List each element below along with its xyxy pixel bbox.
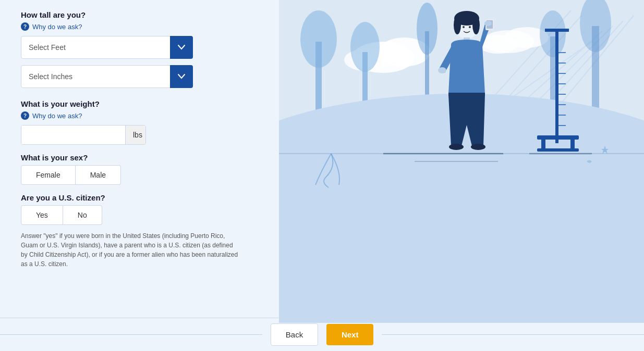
feet-dropdown-wrapper: Select Feet 4 feet 5 feet 6 feet 7 feet — [21, 36, 193, 59]
svg-rect-34 — [558, 73, 566, 74]
svg-rect-31 — [537, 148, 579, 152]
height-why-ask[interactable]: ? Why do we ask? — [21, 22, 240, 31]
svg-rect-25 — [279, 182, 644, 323]
svg-point-21 — [540, 10, 566, 57]
sex-female-btn[interactable]: Female — [21, 165, 76, 185]
sex-toggle-group: Female Male — [21, 165, 240, 185]
next-button[interactable]: Next — [326, 324, 373, 345]
svg-point-17 — [350, 22, 380, 72]
svg-point-43 — [454, 16, 461, 34]
svg-point-54 — [471, 144, 485, 150]
svg-point-50 — [438, 67, 446, 73]
sex-section: What is your sex? Female Male — [21, 153, 240, 185]
help-icon-weight: ? — [21, 111, 29, 120]
help-icon-height: ? — [21, 22, 29, 31]
citizen-note: Answer "yes" if you were born in the Uni… — [21, 231, 240, 269]
inches-dropdown-btn[interactable] — [170, 65, 193, 88]
feet-select[interactable]: Select Feet 4 feet 5 feet 6 feet 7 feet — [21, 36, 193, 59]
svg-point-44 — [472, 16, 480, 34]
svg-point-53 — [449, 144, 464, 150]
citizen-section: Are you a U.S. citizen? Yes No Answer "y… — [21, 193, 240, 269]
height-label: How tall are you? — [21, 10, 240, 19]
height-section: How tall are you? ? Why do we ask? Selec… — [21, 10, 240, 94]
weight-label: What is your weight? — [21, 99, 240, 108]
back-button[interactable]: Back — [271, 323, 318, 346]
svg-rect-35 — [558, 83, 566, 84]
form-panel: How tall are you? ? Why do we ask? Selec… — [0, 0, 261, 351]
weight-unit-label: lbs — [125, 126, 146, 144]
weight-section: What is your weight? ? Why do we ask? lb… — [21, 99, 240, 145]
svg-rect-28 — [537, 135, 579, 140]
svg-point-51 — [484, 21, 492, 26]
svg-rect-32 — [558, 52, 566, 53]
sex-label: What is your sex? — [21, 153, 240, 162]
sex-male-btn[interactable]: Male — [76, 165, 121, 185]
page-wrapper: How tall are you? ? Why do we ask? Selec… — [0, 0, 644, 351]
inches-dropdown-wrapper: Select Inches 0 inches 1 inch 2 inches 3… — [21, 65, 193, 88]
svg-rect-36 — [558, 94, 566, 95]
svg-point-19 — [417, 3, 438, 55]
citizen-label: Are you a U.S. citizen? — [21, 193, 240, 202]
weight-why-ask-label: Why do we ask? — [32, 112, 82, 120]
svg-point-45 — [463, 26, 465, 28]
svg-rect-37 — [558, 104, 566, 105]
svg-rect-39 — [558, 125, 566, 126]
svg-rect-38 — [558, 115, 566, 116]
height-why-ask-label: Why do we ask? — [32, 23, 82, 31]
svg-rect-33 — [558, 62, 566, 64]
citizen-no-btn[interactable]: No — [63, 205, 102, 225]
svg-point-15 — [300, 10, 337, 68]
svg-rect-26 — [555, 29, 558, 143]
citizen-yes-btn[interactable]: Yes — [21, 205, 63, 225]
illustration-area — [279, 0, 644, 323]
svg-rect-27 — [545, 29, 569, 32]
weight-why-ask[interactable]: ? Why do we ask? — [21, 111, 240, 120]
svg-point-46 — [469, 26, 471, 28]
nav-line-right — [382, 334, 644, 335]
weight-input-row: lbs — [21, 125, 146, 145]
weight-input[interactable] — [21, 126, 125, 144]
inches-select[interactable]: Select Inches 0 inches 1 inch 2 inches 3… — [21, 65, 193, 88]
feet-dropdown-btn[interactable] — [170, 36, 193, 59]
citizen-toggle-group: Yes No — [21, 205, 240, 225]
